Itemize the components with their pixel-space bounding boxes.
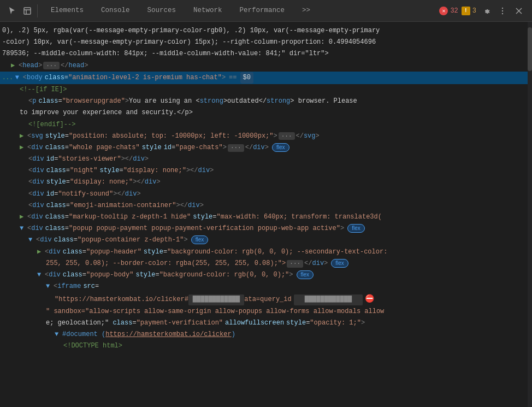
cursor-icon[interactable]	[5, 4, 19, 17]
code-line-url: "https://hamsterkombat.io/clicker#██████…	[0, 292, 532, 305]
svg-point-5	[502, 13, 503, 14]
devtools-window: Elements Console Sources Network Perform…	[0, 0, 532, 407]
error-badge[interactable]: ✕ 32	[439, 7, 458, 15]
elements-panel: 0), .2) 5px, rgba(var(--message-empty-pr…	[0, 22, 532, 407]
code-line-iframe[interactable]: ▼ <iframe src=	[0, 281, 532, 292]
devtools-tabs: Elements Console Sources Network Perform…	[42, 0, 434, 21]
code-line-page-chats[interactable]: ▶ <div class="whole page-chats" style id…	[0, 142, 532, 154]
expand-arrow-head[interactable]: ▶	[11, 61, 17, 71]
code-line-popup[interactable]: ▼ <div class="popup popup-payment popup-…	[0, 223, 532, 234]
redacted-text-2: ████████████	[294, 294, 363, 305]
inspect-icon[interactable]	[21, 4, 34, 17]
expand-arrow-body[interactable]: ▼	[15, 73, 22, 83]
warn-icon: !	[462, 7, 470, 15]
code-line-attrs: e; geolocation;" class="payment-verifica…	[0, 317, 532, 329]
code-line: 0), .2) 5px, rgba(var(--message-empty-pr…	[0, 25, 532, 37]
expand-arrow-popup-body[interactable]: ▼	[37, 270, 44, 280]
blocked-indicator[interactable]: ⛔	[365, 293, 374, 305]
code-line-popup-header-cont: 255, 255, 0.08); --border-color: rgba(25…	[0, 258, 532, 269]
expand-arrow-svg[interactable]: ▶	[20, 131, 26, 141]
warn-badge[interactable]: ! 3	[462, 7, 476, 15]
code-line-notify: <div id="notify-sound"></div>	[0, 188, 532, 200]
code-line: -color) 10px, var(--message-empty-primar…	[0, 37, 532, 48]
code-line-stories: <div id="stories-viewer"></div>	[0, 154, 532, 165]
ellipsis-page-chats[interactable]: ···	[228, 144, 244, 152]
expand-arrow-document[interactable]: ▼	[55, 329, 61, 340]
svg-rect-0	[24, 8, 31, 14]
more-options-button[interactable]	[496, 4, 509, 17]
expand-arrow-iframe[interactable]: ▼	[46, 281, 52, 292]
code-line-popup-container[interactable]: ▼ <div class="popup-container z-depth-1"…	[0, 234, 532, 246]
ellipsis-header[interactable]: ···	[287, 260, 303, 268]
flex-badge-header[interactable]: flex	[331, 259, 348, 268]
code-line-night: <div class="night" style="display: none;…	[0, 165, 532, 176]
error-icon: ✕	[439, 7, 448, 15]
code-line-markup-tooltip[interactable]: ▶ <div class="markup-tooltip z-depth-1 h…	[0, 211, 532, 223]
expand-arrow-page-chats[interactable]: ▶	[20, 143, 26, 153]
ellipsis-svg[interactable]: ···	[279, 132, 295, 140]
flex-badge[interactable]: flex	[272, 143, 289, 152]
code-line-comment: <!--[if IE]>	[0, 84, 532, 96]
tab-performance[interactable]: Performance	[231, 0, 294, 21]
flex-badge-body[interactable]: flex	[297, 270, 314, 279]
close-button[interactable]	[512, 4, 525, 17]
svg-point-4	[502, 10, 503, 11]
devtools-toolbar: Elements Console Sources Network Perform…	[0, 0, 532, 22]
scrollbar-track[interactable]	[528, 22, 532, 407]
code-line-svg[interactable]: ▶ <svg style="position: absolute; top: -…	[0, 131, 532, 142]
tab-network[interactable]: Network	[185, 0, 231, 21]
flex-badge-container[interactable]: flex	[191, 235, 209, 244]
code-line-doctype: <!DOCTYPE html>	[0, 340, 532, 352]
toolbar-right: ✕ 32 ! 3	[435, 4, 530, 17]
code-line-document[interactable]: ▼ #document (https://hamsterkombat.io/cl…	[0, 329, 532, 340]
tab-console[interactable]: Console	[92, 0, 139, 21]
code-line: to improve your experience and security.…	[0, 107, 532, 119]
tab-sources[interactable]: Sources	[139, 0, 185, 21]
dollar-zero-badge: $0	[240, 72, 253, 84]
code-line: 789536; --middle-column-width: 841px; --…	[0, 48, 532, 60]
scrollbar-thumb[interactable]	[528, 27, 532, 71]
expand-arrow-tooltip[interactable]: ▶	[20, 212, 26, 222]
svg-point-3	[502, 7, 503, 8]
code-line-sandbox: " sandbox="allow-scripts allow-same-orig…	[0, 306, 532, 317]
tab-elements[interactable]: Elements	[42, 0, 92, 21]
dom-tree: 0), .2) 5px, rgba(var(--message-empty-pr…	[0, 24, 532, 353]
code-line-popup-body[interactable]: ▼ <div class="popup-body" style="backgro…	[0, 269, 532, 281]
settings-button[interactable]	[480, 4, 493, 17]
code-line-popup-header[interactable]: ▶ <div class="popup-header" style="backg…	[0, 246, 532, 258]
expand-arrow-popup-container[interactable]: ▼	[28, 235, 35, 245]
expand-arrow-popup[interactable]: ▼	[20, 223, 26, 234]
ellipsis-head[interactable]: ···	[43, 62, 60, 69]
flex-badge-popup[interactable]: flex	[347, 224, 365, 233]
code-line-body-selected[interactable]: ... ▼ <body class="animation-level-2 is-…	[0, 72, 532, 84]
redacted-text: ████████████	[188, 294, 244, 305]
code-line: <![endif]-->	[0, 119, 532, 131]
toolbar-icons-group	[2, 4, 38, 17]
tab-more[interactable]: >>	[293, 0, 319, 21]
code-line-display-none: <div style="display: none;"></div>	[0, 176, 532, 188]
expand-arrow-popup-header[interactable]: ▶	[37, 247, 44, 257]
code-line-head[interactable]: ▶ <head> ··· </head>	[0, 60, 532, 72]
code-line: <p class="browserupgrade" > You are usin…	[0, 96, 532, 107]
code-line-emoji: <div class="emoji-animation-container"><…	[0, 200, 532, 211]
